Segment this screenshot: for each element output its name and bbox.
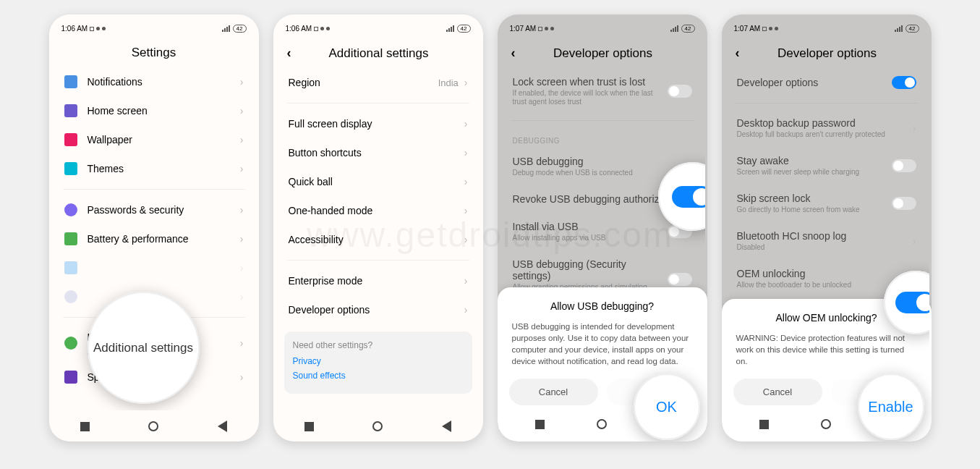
status-icon: [96, 27, 100, 30]
nav-recents-icon[interactable]: [80, 422, 90, 431]
settings-item-battery[interactable]: Battery & performance ›: [60, 224, 248, 253]
sound-effects-link[interactable]: Sound effects: [293, 371, 464, 381]
chevron-right-icon: ›: [240, 105, 244, 117]
settings-item-notifications[interactable]: Notifications ›: [60, 67, 248, 96]
security-icon: [64, 203, 77, 216]
settings-item-home-screen[interactable]: Home screen ›: [60, 96, 248, 125]
chevron-right-icon: ›: [240, 204, 244, 216]
nav-home-icon[interactable]: [148, 421, 158, 431]
ok-button-label: OK: [656, 399, 677, 415]
nav-home-icon[interactable]: [597, 419, 607, 429]
chevron-right-icon: ›: [240, 337, 244, 349]
bluetooth-hci-snoop-item[interactable]: Bluetooth HCI snoop logDisabled ›: [733, 222, 921, 260]
usb-debugging-dialog: Allow USB debugging? USB debugging is in…: [498, 287, 707, 441]
status-bar: 1:06 AM 42: [51, 22, 257, 35]
nav-recents-icon[interactable]: [759, 420, 769, 429]
signal-icon: [670, 25, 678, 32]
signal-icon: [222, 25, 230, 32]
toggle-switch[interactable]: [668, 85, 692, 98]
status-icon: [545, 27, 548, 30]
settings-item-passwords-security[interactable]: Passwords & security ›: [60, 195, 248, 224]
divider: [287, 260, 469, 261]
status-icon: [769, 27, 772, 30]
status-icon: [550, 27, 554, 30]
toggle-switch[interactable]: [892, 197, 916, 210]
lock-screen-trust-item[interactable]: Lock screen when trust is lostIf enabled…: [508, 68, 696, 114]
footer-card: Need other settings? Privacy Sound effec…: [284, 331, 472, 394]
nav-recents-icon[interactable]: [535, 420, 545, 429]
one-handed-mode-item[interactable]: One-handed mode›: [284, 196, 472, 225]
settings-item-hidden-1[interactable]: ›: [60, 253, 248, 282]
settings-item-themes[interactable]: Themes ›: [60, 154, 248, 183]
chevron-right-icon: ›: [240, 291, 244, 303]
nav-home-icon[interactable]: [372, 421, 383, 431]
privacy-link[interactable]: Privacy: [293, 356, 464, 366]
chevron-right-icon: ›: [464, 77, 468, 88]
page-title: Developer options: [737, 46, 918, 61]
developer-options-item[interactable]: Developer options›: [284, 295, 472, 324]
chevron-right-icon: ›: [464, 147, 468, 159]
enterprise-mode-item[interactable]: Enterprise mode›: [284, 266, 472, 295]
divider: [287, 103, 469, 103]
divider: [63, 189, 245, 190]
chevron-right-icon: ›: [913, 235, 916, 247]
status-icon: [326, 27, 330, 30]
battery-icon: 42: [457, 25, 471, 33]
status-icon: [314, 27, 318, 31]
page-title: Additional settings: [289, 46, 469, 61]
dialog-body: WARNING: Device protection features will…: [733, 332, 920, 379]
region-label: Region: [289, 77, 320, 88]
chevron-right-icon: ›: [913, 122, 916, 134]
nav-recents-icon[interactable]: [304, 422, 314, 431]
phone-developer-oem: 1:07 AM 42 ‹ Developer options Developer…: [722, 14, 932, 441]
toggle-switch[interactable]: [892, 159, 916, 172]
battery-icon: 42: [233, 25, 247, 33]
page-header: ‹ Additional settings: [276, 35, 481, 68]
region-value: India: [438, 77, 459, 88]
page-header: ‹ Developer options: [724, 35, 929, 68]
cancel-button[interactable]: Cancel: [733, 379, 822, 405]
status-time: 1:06 AM: [61, 25, 88, 33]
nav-back-icon[interactable]: [218, 421, 227, 432]
accessibility-item[interactable]: Accessibility›: [284, 225, 472, 254]
quick-ball-item[interactable]: Quick ball›: [284, 167, 472, 196]
notifications-icon: [64, 75, 77, 88]
status-icon: [762, 27, 767, 31]
page-header: ‹ Developer options: [500, 35, 705, 68]
cancel-button[interactable]: Cancel: [509, 379, 598, 405]
dialog-body: USB debugging is intended for developmen…: [509, 321, 696, 379]
settings-item-wallpaper[interactable]: Wallpaper ›: [60, 125, 248, 154]
skip-screen-lock-item[interactable]: Skip screen lockGo directly to Home scre…: [733, 185, 921, 222]
button-shortcuts-item[interactable]: Button shortcuts›: [284, 138, 472, 167]
magnifier-enable-button: Enable: [858, 373, 924, 440]
chevron-right-icon: ›: [464, 205, 468, 216]
phone-developer-usb: 1:07 AM 42 ‹ Developer options Lock scre…: [498, 14, 707, 441]
battery-icon: [64, 232, 77, 245]
home-icon: [64, 104, 77, 117]
magnified-label: Additional settings: [93, 341, 193, 355]
nav-back-icon[interactable]: [442, 421, 451, 432]
toggle-switch[interactable]: [668, 273, 692, 286]
section-debugging: DEBUGGING: [508, 127, 696, 148]
chevron-right-icon: ›: [240, 262, 244, 274]
chevron-right-icon: ›: [240, 76, 244, 88]
battery-icon: 42: [906, 25, 919, 33]
divider: [736, 103, 918, 103]
desktop-backup-password-item[interactable]: Desktop backup passwordDesktop full back…: [733, 109, 921, 147]
developer-options-toggle-item[interactable]: Developer options: [733, 68, 921, 97]
enable-button-label: Enable: [868, 399, 913, 415]
toggle-switch-on-icon: [895, 292, 929, 313]
stay-awake-item[interactable]: Stay awakeScreen will never sleep while …: [733, 147, 921, 185]
nav-bar: [276, 410, 481, 439]
nav-home-icon[interactable]: [821, 419, 831, 429]
chevron-right-icon: ›: [464, 176, 468, 187]
status-icon: [90, 27, 94, 31]
status-bar: 1:07 AM 42: [724, 22, 929, 35]
toggle-switch[interactable]: [892, 76, 916, 89]
status-icon: [320, 27, 324, 30]
settings-list: Notifications › Home screen › Wallpaper …: [51, 67, 257, 410]
chevron-right-icon: ›: [464, 234, 468, 245]
full-screen-display-item[interactable]: Full screen display›: [284, 109, 472, 138]
region-item[interactable]: Region India›: [284, 68, 472, 97]
status-time: 1:07 AM: [734, 25, 761, 33]
